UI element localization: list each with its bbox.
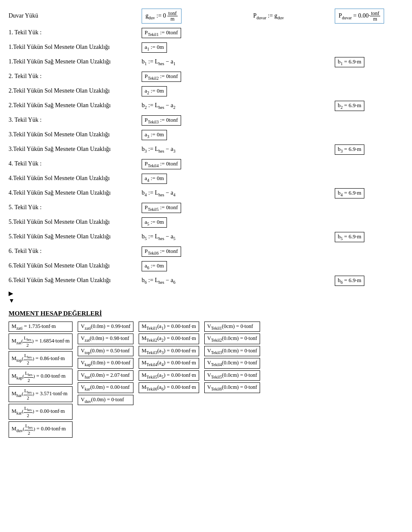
tekil1-a-row: 1.Tekil Yükün Sol Mesnete Olan Uzaklığı … (9, 42, 403, 54)
nav-arrows[interactable]: ▶ ▼ (9, 290, 403, 305)
tekil4-b-formula: b4 := Lhes − a4 (142, 189, 326, 197)
tekil2-b-formula: b2 := Lhes − a2 (142, 102, 326, 110)
tekil3-a-formula: a3 := 0m (142, 130, 403, 140)
m-tekil2: MTekil2(a2) = 0.00·tonf·m (139, 334, 199, 344)
tekil3-a-label: 3.Tekil Yükün Sol Mesnete Olan Uzaklığı (9, 130, 142, 139)
nav-arrow-down[interactable]: ▼ (9, 298, 403, 305)
moment-section-title: MOMENT HESAP DEĞERLERİ (9, 310, 403, 317)
tekil4-a-row: 4.Tekil Yükün Sol Mesnete Olan Uzaklığı … (9, 174, 403, 186)
m-tekil3: MTekil3(a3) = 0.00·tonf·m (139, 346, 199, 357)
tekil1-b-label: 1.Tekil Yükün Sağ Mesnete Olan Uzaklığı (9, 57, 142, 66)
tekil6-a-label: 6.Tekil Yükün Sol Mesnete Olan Uzaklığı (9, 261, 142, 270)
tekil5-b-formula: b5 := Lhes − a5 (142, 233, 326, 241)
tekil3-b-formula: b3 := Lhes − a3 (142, 146, 326, 153)
m-tekil6: MTekil6(a6) = 0.00·tonf·m (139, 382, 199, 393)
tekil5-a-row: 5.Tekil Yükün Sol Mesnete Olan Uzaklığı … (9, 217, 403, 229)
tekil6-b-formula: b6 := Lhes − a6 (142, 277, 326, 285)
tekil1-p-formula: PTekil1 := 0tonf (142, 28, 403, 38)
v-tekil5: VTekil5(0.0cm) = 0·tonf (204, 370, 260, 381)
tekil3-b-result: b3 = 6.9·m (335, 144, 403, 155)
tekil2-label: 2. Tekil Yük : (9, 72, 142, 81)
tekil5-p-formula: PTekil5 := 0tonf (142, 203, 403, 213)
moment-v-column: Vzati(0.0m) = 0.99·tonf Vzat(0.0m) = 0.9… (78, 322, 133, 438)
tekil2-b-result: b2 = 6.9·m (335, 101, 403, 111)
v-tekil6: VTekil6(0.0cm) = 0·tonf (204, 382, 260, 393)
tekil5-a-formula: a5 := 0m (142, 217, 403, 228)
m-tekil1: MTekil1(a1) = 0.00·tonf·m (139, 322, 199, 332)
tekil1-b-result: b1 = 6.9·m (335, 57, 403, 67)
tekil2-b-label: 2.Tekil Yükün Sağ Mesnete Olan Uzaklığı (9, 101, 142, 110)
duvar-yuku-label: Duvar Yükü (9, 12, 142, 20)
tekil2-a-label: 2.Tekil Yükün Sol Mesnete Olan Uzaklığı (9, 87, 142, 95)
p-duvar-result: Pduvar = 0.00·tonfm (335, 9, 403, 24)
tekil3-label: 3. Tekil Yük : (9, 116, 142, 124)
m-top: Mtop(Lhes2) = 0.86·tonf·m (9, 351, 73, 367)
tekil5-b-row: 5.Tekil Yükün Sağ Mesnete Olan Uzaklığı … (9, 232, 403, 244)
tekil1-a-label: 1.Tekil Yükün Sol Mesnete Olan Uzaklığı (9, 43, 142, 51)
tekil5-b-label: 5.Tekil Yükün Sağ Mesnete Olan Uzaklığı (9, 232, 142, 241)
tekil1-p-row: 1. Tekil Yük : PTekil1 := 0tonf (9, 28, 403, 40)
v-zat: Vzat(0.0m) = 0.98·tonf (78, 334, 133, 344)
tekil1-b-row: 1.Tekil Yükün Sağ Mesnete Olan Uzaklığı … (9, 57, 403, 69)
moment-tekil-v-column: VTekil1(0cm) = 0·tonf VTekil2(0.0cm) = 0… (204, 322, 260, 438)
v-top: Vtop(0.0m) = 0.50·tonf (78, 346, 133, 357)
tekil6-b-label: 6.Tekil Yükün Sağ Mesnete Olan Uzaklığı (9, 276, 142, 285)
tekil4-label: 4. Tekil Yük : (9, 159, 142, 168)
tekil1-b-formula: b1 := Lhes − a1 (142, 58, 326, 66)
tekil6-p-row: 6. Tekil Yük : PTekil6 := 0tonf (9, 246, 403, 258)
tekil1-a-formula: a1 := 0m (142, 42, 403, 53)
m-zati: Mzati = 1.735·tonf·m (9, 322, 73, 332)
tekil5-b-result: b5 = 6.9·m (335, 232, 403, 242)
tekil6-label: 6. Tekil Yük : (9, 247, 142, 255)
v-tekil2: VTekil2(0.0cm) = 0·tonf (204, 334, 260, 344)
m-tekil5: MTekil5(a5) = 0.00·tonf·m (139, 370, 199, 381)
tekil4-p-formula: PTekil4 := 0tonf (142, 159, 403, 169)
tekil3-p-row: 3. Tekil Yük : PTekil3 := 0tonf (9, 115, 403, 127)
v-kar: Vkar(0.0m) = 0.00·tonf (78, 382, 133, 393)
tekil3-b-row: 3.Tekil Yükün Sağ Mesnete Olan Uzaklığı … (9, 144, 403, 156)
v-tekil1: VTekil1(0cm) = 0·tonf (204, 322, 260, 332)
tekil2-a-formula: a2 := 0m (142, 86, 403, 96)
tekil6-a-row: 6.Tekil Yükün Sol Mesnete Olan Uzaklığı … (9, 261, 403, 273)
nav-arrow-right[interactable]: ▶ (9, 290, 403, 298)
v-tekil4: VTekil4(0.0cm) = 0·tonf (204, 358, 260, 369)
v-tekil3: VTekil3(0.0cm) = 0·tonf (204, 346, 260, 357)
tekil2-p-formula: PTekil2 := 0tonf (142, 72, 403, 82)
tekil6-a-formula: a6 := 0m (142, 261, 403, 271)
tekil4-p-row: 4. Tekil Yük : PTekil4 := 0tonf (9, 159, 403, 171)
v-duv: Vduv(0.0m) = 0·tonf (78, 395, 133, 406)
v-kap: Vkap(0.0m) = 0.00·tonf (78, 358, 133, 369)
m-tekil4: MTekil4(a4) = 0.00·tonf·m (139, 358, 199, 369)
tekil3-b-label: 3.Tekil Yükün Sağ Mesnete Olan Uzaklığı (9, 145, 142, 153)
g-duv-formula: gduv := 0 tonfm (142, 9, 249, 24)
m-kar: Mkar(Lhes2) = 0.00·tonf·m (9, 404, 73, 420)
tekil4-b-row: 4.Tekil Yükün Sağ Mesnete Olan Uzaklığı … (9, 188, 403, 200)
tekil2-p-row: 2. Tekil Yük : PTekil2 := 0tonf (9, 72, 403, 84)
tekil6-p-formula: PTekil6 := 0tonf (142, 246, 403, 257)
page: Duvar Yükü gduv := 0 tonfm Pduvar := gdu… (9, 9, 403, 438)
tekil6-b-result: b6 = 6.9·m (335, 276, 403, 286)
p-duvar-formula: Pduvar := gduv (253, 12, 326, 20)
moment-m-column: Mzati = 1.735·tonf·m Mzat(Lhes2) = 1.685… (9, 322, 73, 438)
m-zat: Mzat(Lhes2) = 1.6854·tonf·m (9, 334, 73, 349)
tekil3-a-row: 3.Tekil Yükün Sol Mesnete Olan Uzaklığı … (9, 130, 403, 142)
v-har: Vhar(0.0m) = 2.07·tonf (78, 370, 133, 381)
tekil6-b-row: 6.Tekil Yükün Sağ Mesnete Olan Uzaklığı … (9, 276, 403, 288)
tekil4-a-formula: a4 := 0m (142, 174, 403, 184)
tekil4-b-result: b4 = 6.9·m (335, 188, 403, 198)
tekil5-label: 5. Tekil Yük : (9, 203, 142, 212)
m-kap: Mkap(Lhes2) = 0.00·tonf·m (9, 369, 73, 385)
tekil2-b-row: 2.Tekil Yükün Sağ Mesnete Olan Uzaklığı … (9, 101, 403, 113)
tekil5-p-row: 5. Tekil Yük : PTekil5 := 0tonf (9, 203, 403, 215)
v-zati: Vzati(0.0m) = 0.99·tonf (78, 322, 133, 332)
tekil1-label: 1. Tekil Yük : (9, 28, 142, 37)
tekil5-a-label: 5.Tekil Yükün Sol Mesnete Olan Uzaklığı (9, 218, 142, 226)
tekil3-p-formula: PTekil3 := 0tonf (142, 115, 403, 126)
m-har: Mhar(Lhes2) = 3.571·tonf·m (9, 386, 73, 402)
tekil2-a-row: 2.Tekil Yükün Sol Mesnete Olan Uzaklığı … (9, 86, 403, 98)
tekil4-b-label: 4.Tekil Yükün Sağ Mesnete Olan Uzaklığı (9, 189, 142, 197)
moment-tekil-m-column: MTekil1(a1) = 0.00·tonf·m MTekil2(a2) = … (139, 322, 199, 438)
m-duv: Mduv(Lhes2) = 0.00·tonf·m (9, 421, 73, 437)
tekil4-a-label: 4.Tekil Yükün Sol Mesnete Olan Uzaklığı (9, 174, 142, 183)
